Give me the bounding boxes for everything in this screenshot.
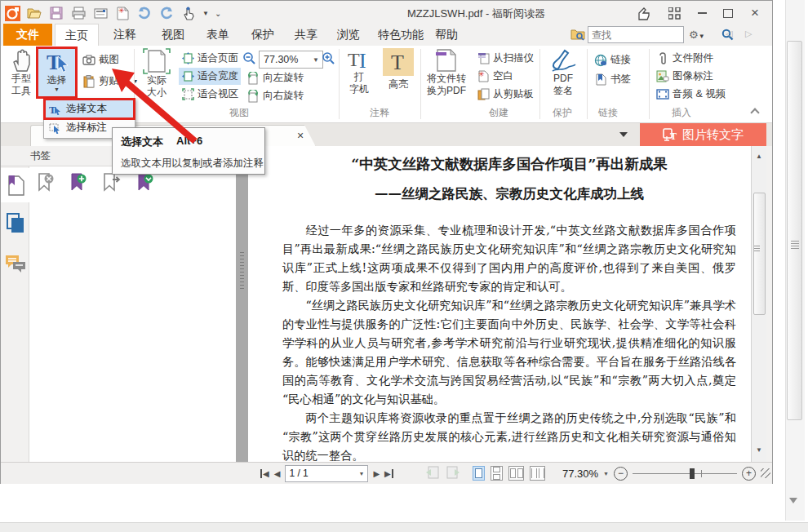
next-page-icon[interactable]: ▶ bbox=[373, 469, 380, 478]
bookmark-button[interactable]: 书签 bbox=[592, 71, 633, 88]
audio-video-button[interactable]: 音频 & 视频 bbox=[654, 86, 728, 103]
select-tool-button[interactable]: T 选择 ▼ bbox=[38, 48, 76, 97]
tab-browse[interactable]: 浏览 bbox=[327, 24, 370, 46]
hand-pointer-tool-icon[interactable] bbox=[180, 5, 197, 21]
new-document-icon[interactable]: ✳ bbox=[114, 5, 131, 21]
switch-layout-icon[interactable] bbox=[664, 5, 685, 21]
share-hand-icon[interactable] bbox=[633, 5, 655, 21]
find-box bbox=[588, 26, 684, 43]
scroll-up-icon[interactable]: ▲ bbox=[756, 153, 762, 160]
hand-tool-button[interactable]: 手型 工具 bbox=[2, 48, 40, 105]
add-bookmark-icon[interactable] bbox=[69, 173, 87, 195]
link-button[interactable]: 链接 bbox=[592, 51, 633, 69]
tab-view[interactable]: 视图 bbox=[152, 24, 194, 46]
next-view-icon[interactable] bbox=[446, 466, 460, 481]
fit-width-button[interactable]: 适合宽度 bbox=[179, 68, 241, 85]
previous-page-icon[interactable]: ◀ bbox=[274, 469, 281, 478]
hand-icon bbox=[11, 48, 32, 73]
open-file-icon[interactable] bbox=[26, 5, 42, 21]
first-page-icon[interactable]: ◀ bbox=[260, 469, 269, 478]
background-scrollbar-thumb[interactable] bbox=[787, 41, 802, 420]
document-scrollbar[interactable]: ▲ ▼ bbox=[751, 146, 766, 462]
sidebar-tab-pages[interactable] bbox=[1, 206, 29, 240]
tab-share[interactable]: 共享 bbox=[285, 24, 327, 46]
save-icon[interactable] bbox=[48, 5, 64, 21]
ocr-image-to-text-button[interactable]: T 图片转文字 bbox=[640, 123, 766, 146]
tab-help[interactable]: 帮助 bbox=[425, 24, 468, 46]
expand-bookmark-icon[interactable] bbox=[135, 173, 153, 195]
redo-icon[interactable] bbox=[158, 5, 175, 21]
close-button[interactable]: × bbox=[744, 5, 766, 21]
from-scanner-button[interactable]: 从扫描仪 bbox=[474, 50, 536, 67]
sidebar-tab-comments[interactable] bbox=[1, 246, 29, 281]
pdf-sign-button[interactable]: PDF 签名 bbox=[544, 48, 583, 105]
tab-home[interactable]: 主页 bbox=[55, 24, 99, 47]
app-window: ✳ ▼ ⌄ MZZJLSWH.pdf - 福昕阅读器 × bbox=[0, 0, 773, 484]
zoom-slider-thumb[interactable] bbox=[690, 468, 695, 479]
tab-comment[interactable]: 注释 bbox=[104, 24, 146, 46]
continuous-view-icon[interactable] bbox=[491, 466, 503, 481]
document-paragraph: 经过一年多的资源采集、专业梳理和设计开发,“中英文丝路文献数据库多国合作项目”再… bbox=[282, 221, 736, 296]
foxit-logo-icon bbox=[4, 5, 20, 21]
panel-splitter[interactable] bbox=[236, 146, 248, 462]
tab-protect[interactable]: 保护 bbox=[242, 24, 284, 46]
document-page[interactable]: “中英文丝路文献数据库多国合作项目”再出新成果 ——丝绸之路民族、宗教历史文化库… bbox=[248, 146, 751, 462]
nav-back-icon[interactable]: ◁ bbox=[726, 29, 732, 39]
tab-form[interactable]: 表单 bbox=[197, 24, 239, 46]
collapse-ribbon-icon[interactable] bbox=[750, 108, 759, 117]
file-attachment-button[interactable]: 文件附件 bbox=[654, 50, 716, 67]
restore-button[interactable] bbox=[717, 5, 739, 21]
facing-view-icon[interactable] bbox=[508, 466, 524, 481]
actual-size-button[interactable]: 实际 大小 bbox=[138, 48, 175, 105]
email-icon[interactable] bbox=[92, 5, 109, 21]
tab-features[interactable]: 特色功能 bbox=[368, 24, 433, 46]
status-zoom-in-icon[interactable]: + bbox=[742, 467, 756, 481]
tab-close-icon[interactable]: × bbox=[294, 129, 307, 142]
clipboard-button[interactable]: 剪贴板 ▼ bbox=[80, 73, 140, 90]
hand-tool-dropdown-icon[interactable]: ▼ bbox=[202, 10, 209, 17]
zoom-in-icon[interactable] bbox=[322, 51, 335, 68]
last-page-icon[interactable]: ▶ bbox=[384, 469, 393, 478]
previous-view-icon[interactable] bbox=[425, 466, 439, 481]
document-scrollbar-thumb[interactable] bbox=[753, 193, 766, 315]
image-annotation-button[interactable]: 图像标注 bbox=[654, 68, 716, 85]
search-folder-icon[interactable] bbox=[570, 28, 585, 43]
bookmarks-panel-icon bbox=[7, 175, 24, 196]
rotate-right-button[interactable]: 向右旋转 bbox=[244, 87, 306, 104]
move-bookmark-icon[interactable] bbox=[101, 173, 121, 195]
scroll-down-icon[interactable]: ▼ bbox=[756, 446, 762, 454]
gear-icon[interactable]: ⚙▼ bbox=[689, 29, 705, 41]
undo-icon[interactable] bbox=[136, 5, 153, 21]
fit-visible-button[interactable]: 适合视区 bbox=[179, 86, 241, 103]
minimize-button[interactable] bbox=[691, 5, 713, 21]
single-page-view-icon[interactable] bbox=[473, 466, 485, 481]
menu-item-select-text[interactable]: T 选择文本 bbox=[45, 100, 134, 118]
highlight-button[interactable]: T 高亮 bbox=[381, 48, 415, 105]
background-scrollbar-down-icon[interactable] bbox=[789, 498, 797, 508]
continuous-facing-view-icon[interactable] bbox=[530, 466, 545, 481]
convert-to-pdf-button[interactable]: 将文件转 换为PDF bbox=[424, 48, 469, 105]
zoom-out-icon[interactable] bbox=[242, 51, 256, 68]
tab-list-dropdown-icon[interactable] bbox=[619, 132, 628, 141]
camera-icon bbox=[82, 54, 95, 67]
from-clipboard-button[interactable]: 从剪贴板 bbox=[474, 86, 536, 103]
rotate-left-button[interactable]: 向左旋转 bbox=[244, 69, 306, 86]
delete-bookmark-icon[interactable] bbox=[36, 173, 54, 195]
sidebar-tab-bookmarks[interactable] bbox=[1, 168, 30, 202]
fit-page-button[interactable]: 适合页面 bbox=[179, 50, 241, 67]
page-number-combo[interactable]: 1 / 1 ▼ bbox=[285, 465, 368, 482]
customize-qat-icon[interactable]: ⌄ bbox=[215, 9, 221, 18]
resize-grip-icon[interactable] bbox=[761, 468, 770, 478]
snapshot-button[interactable]: 截图 bbox=[80, 51, 122, 69]
zoom-slider[interactable] bbox=[633, 473, 737, 474]
zoom-combo[interactable]: 77.30% ▼ bbox=[259, 51, 323, 69]
blank-page-icon: ✳ bbox=[477, 70, 490, 83]
blank-document-button[interactable]: ✳ 空白 bbox=[474, 68, 516, 85]
status-zoom-dropdown-icon[interactable]: ▼ bbox=[603, 471, 609, 477]
typewriter-button[interactable]: T I 打 字机 bbox=[342, 48, 376, 105]
status-zoom-out-icon[interactable]: − bbox=[614, 467, 628, 481]
quick-access-toolbar: ✳ ▼ ⌄ bbox=[4, 3, 221, 23]
print-icon[interactable] bbox=[70, 5, 87, 21]
tab-file[interactable]: 文件 bbox=[3, 24, 52, 46]
nav-forward-icon[interactable]: ▷ bbox=[745, 29, 752, 39]
